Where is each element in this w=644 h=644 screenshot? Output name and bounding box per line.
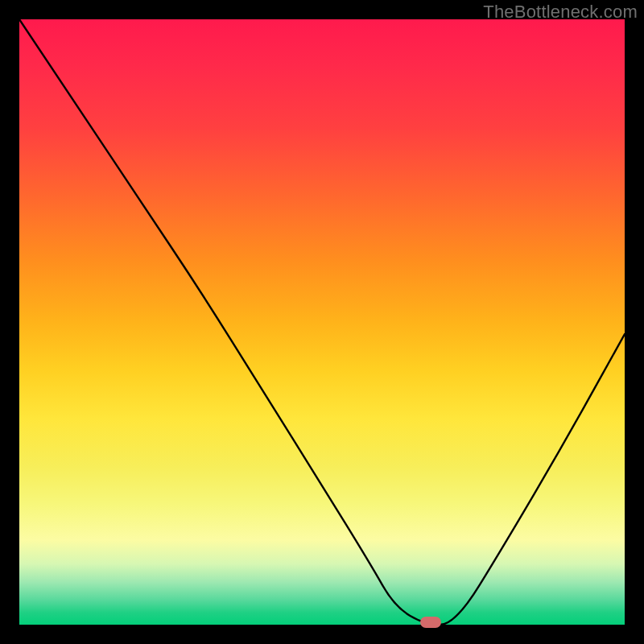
plot-area	[19, 19, 625, 625]
bottleneck-curve	[19, 19, 625, 625]
curve-svg	[19, 19, 625, 625]
chart-frame: TheBottleneck.com	[0, 0, 644, 644]
optimum-marker	[420, 617, 441, 628]
